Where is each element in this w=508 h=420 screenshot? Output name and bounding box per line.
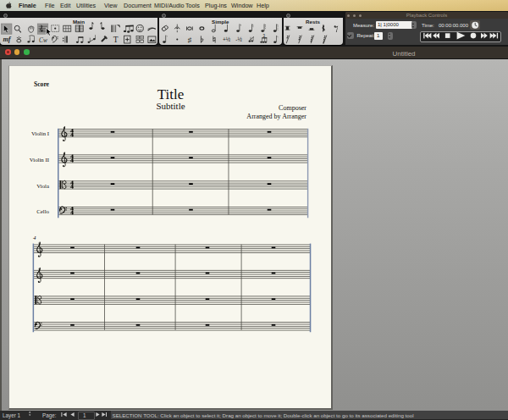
svg-text:3: 3 (263, 34, 266, 38)
svg-text:mf: mf (3, 36, 11, 43)
svg-text:Cw: Cw (39, 37, 47, 44)
svg-text:♯: ♯ (188, 36, 192, 44)
svg-text:-½: -½ (235, 36, 242, 42)
svg-text:+½: +½ (223, 36, 231, 42)
svg-text:T: T (113, 36, 119, 44)
